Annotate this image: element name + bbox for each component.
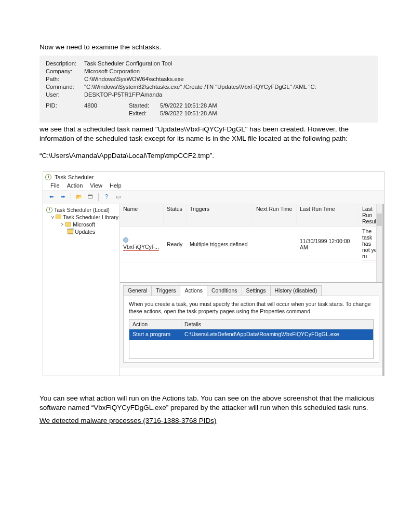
value: Task Scheduler Configuration Tool (84, 60, 372, 66)
task-icon (123, 237, 128, 243)
help-button[interactable]: ? (101, 192, 112, 202)
folder-icon (68, 229, 73, 234)
action-type: Start a program (132, 331, 170, 338)
value: 4800 (84, 102, 129, 109)
task-triggers: Multiple triggers defined (187, 240, 253, 249)
label: PID: (46, 102, 84, 109)
tab-general[interactable]: General (123, 285, 152, 296)
task-scheduler-window: Task Scheduler File Action View Help ⬅ ➡… (43, 171, 385, 376)
actions-table[interactable]: Action Details Start a program C:\Users\… (129, 319, 374, 359)
task-next-run (253, 243, 297, 246)
tree-root[interactable]: Task Scheduler (Local) (44, 206, 118, 214)
actions-pane: When you create a task, you must specify… (123, 296, 379, 363)
tree-library[interactable]: v Task Scheduler Library (44, 214, 118, 221)
task-status: Ready (164, 240, 187, 249)
conclusion-text: You can see what action will run on the … (39, 394, 378, 414)
menu-action[interactable]: Action (67, 182, 83, 189)
folder-icon (56, 215, 61, 219)
menu-bar: File Action View Help (43, 181, 384, 190)
up-button[interactable]: 📂 (74, 192, 84, 202)
task-list[interactable]: Name Status Triggers Next Run Time Last … (120, 204, 382, 282)
tree-updates[interactable]: Updates (44, 228, 118, 235)
intro-text: Now we need to examine the schtasks. (39, 43, 378, 52)
clock-icon (46, 207, 52, 213)
tab-triggers[interactable]: Triggers (151, 285, 180, 296)
value: Microsoft Corporation (84, 68, 372, 74)
tab-actions[interactable]: Actions (180, 285, 207, 296)
value: 5/9/2022 10:51:28 AM (160, 110, 217, 116)
tree-label: Task Scheduler Library (63, 214, 118, 220)
label: Command: (46, 84, 84, 90)
value: 5/9/2022 10:51:28 AM (160, 102, 217, 109)
properties-button[interactable]: 🗔 (85, 192, 96, 202)
detected-malware-heading: We detected malware processes (3716-1388… (39, 416, 378, 426)
body-text: we see that a scheduled task named "Upda… (39, 125, 378, 144)
menu-help[interactable]: Help (110, 182, 122, 189)
tab-settings[interactable]: Settings (242, 285, 271, 296)
window-titlebar: Task Scheduler (43, 172, 384, 181)
window-title: Task Scheduler (55, 174, 94, 180)
col-name[interactable]: Name (120, 204, 164, 226)
tree-label: Microsoft (73, 221, 95, 228)
menu-view[interactable]: View (90, 182, 102, 189)
label: Company: (46, 68, 84, 74)
task-last-run: 11/30/1999 12:00:00 AM (297, 236, 359, 252)
nav-tree[interactable]: Task Scheduler (Local) v Task Scheduler … (43, 204, 120, 376)
task-scheduler-icon (45, 174, 51, 180)
folder-icon (65, 222, 71, 227)
col-action[interactable]: Action (129, 320, 181, 329)
value: DESKTOP-P5TR1FF\Amanda (84, 91, 372, 98)
tree-microsoft[interactable]: > Microsoft (44, 221, 118, 228)
label: Description: (46, 60, 84, 66)
tree-label: Task Scheduler (Local) (54, 207, 110, 213)
col-triggers[interactable]: Triggers (187, 204, 253, 226)
label: Path: (46, 76, 84, 82)
actions-hint: When you create a task, you must specify… (129, 300, 374, 315)
schtasks-properties-panel: Description:Task Scheduler Configuration… (39, 56, 378, 123)
value: C:\Windows\SysWOW64\schtasks.exe (84, 76, 372, 82)
back-button[interactable]: ⬅ (46, 192, 57, 202)
task-name: VbxFiQYCyF... (123, 244, 159, 251)
col-next-run[interactable]: Next Run Time (253, 204, 297, 226)
action-details: C:\Users\LetsDefend\AppData\Roaming\VbxF… (184, 331, 339, 338)
toolbar: ⬅ ➡ 📂 🗔 ? ▭ (43, 190, 384, 204)
xml-path-text: “C:\Users\Amanda\AppData\Local\Temp\tmpC… (39, 151, 378, 161)
scrollbar[interactable] (376, 204, 382, 282)
label: Started: (129, 102, 160, 109)
label: User: (46, 91, 84, 98)
label: Exited: (129, 110, 160, 116)
forward-button[interactable]: ➡ (58, 192, 68, 202)
toolbar-button[interactable]: ▭ (113, 192, 123, 202)
col-last-run[interactable]: Last Run Time (297, 204, 359, 226)
task-details-pane: General Triggers Actions Conditions Sett… (120, 282, 382, 368)
action-row[interactable]: Start a program C:\Users\LetsDefend\AppD… (129, 329, 373, 340)
value: "C:\Windows\System32\schtasks.exe" /Crea… (84, 84, 372, 90)
menu-file[interactable]: File (50, 182, 60, 189)
col-status[interactable]: Status (164, 204, 187, 226)
task-list-header: Name Status Triggers Next Run Time Last … (120, 204, 382, 227)
tab-conditions[interactable]: Conditions (207, 285, 242, 296)
tree-label: Updates (75, 229, 95, 235)
task-row[interactable]: VbxFiQYCyF... Ready Multiple triggers de… (120, 227, 382, 262)
col-details[interactable]: Details (181, 320, 373, 329)
details-tabstrip: General Triggers Actions Conditions Sett… (123, 285, 379, 296)
tab-history[interactable]: History (disabled) (270, 285, 322, 296)
